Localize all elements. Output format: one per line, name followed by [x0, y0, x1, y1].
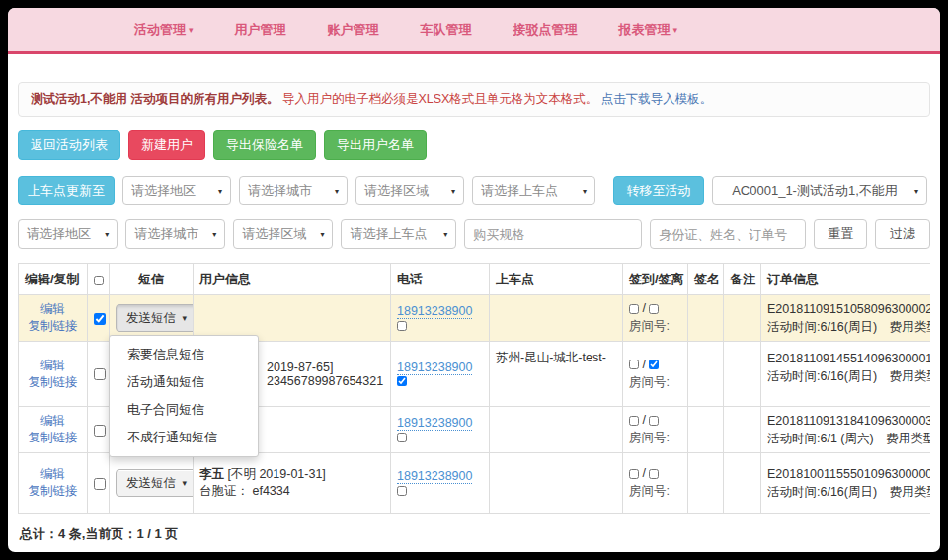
region-select[interactable]: 请选择地区▾ — [122, 176, 231, 205]
edit-link[interactable]: 编辑 — [25, 358, 81, 374]
phone-checkbox[interactable] — [397, 321, 407, 331]
alert-banner: 测试活动1,不能用 活动项目的所有用户列表。 导入用户的电子档必须是XLSX格式… — [18, 82, 930, 117]
row-checkbox[interactable] — [94, 313, 106, 325]
chevron-down-icon: ▾ — [189, 25, 194, 35]
order-id: E201811091455140963000019 — [767, 350, 930, 367]
chevron-down-icon: ▾ — [182, 313, 187, 323]
chevron-down-icon: ▾ — [218, 187, 222, 196]
row-checkbox[interactable] — [94, 478, 106, 490]
filter-city-select[interactable]: 请选择城市▾ — [125, 219, 225, 249]
spec-search-input[interactable] — [464, 219, 642, 249]
new-user-button[interactable]: 新建用户 — [128, 130, 205, 160]
phone-checkbox[interactable] — [397, 376, 407, 386]
phone-link[interactable]: 18913238900 — [397, 360, 472, 375]
top-navbar: 活动管理▾ 用户管理 账户管理 车队管理 接驳点管理 报表管理▾ — [8, 8, 940, 54]
chevron-down-icon: ▾ — [212, 230, 216, 239]
sms-dropdown-menu: 索要信息短信 活动通知短信 电子合同短信 不成行通知短信 — [109, 335, 259, 457]
sign-cell — [688, 295, 724, 342]
nav-item-activity-mgmt[interactable]: 活动管理▾ — [134, 21, 194, 39]
pickup-cell: 苏州-昆山-城北-test- — [490, 342, 623, 407]
copy-link[interactable]: 复制链接 — [25, 374, 81, 391]
menu-item-request-info-sms[interactable]: 索要信息短信 — [110, 341, 258, 368]
order-id: E201811091510580963000025 — [767, 300, 930, 318]
phone-link[interactable]: 18913238900 — [397, 469, 472, 484]
pagination-summary: 总计：4 条,当前页：1 / 1 页 — [18, 514, 930, 552]
update-pickup-button[interactable]: 上车点更新至 — [18, 176, 115, 205]
menu-item-e-contract-sms[interactable]: 电子合同短信 — [110, 396, 258, 424]
order-detail: 活动时间:6/16(周日) 费用类型 — [767, 367, 930, 385]
row-checkbox[interactable] — [94, 368, 106, 380]
edit-link[interactable]: 编辑 — [25, 466, 81, 483]
filter-button[interactable]: 过滤 — [875, 219, 930, 249]
export-users-button[interactable]: 导出用户名单 — [324, 130, 427, 160]
filter-pickup-select[interactable]: 请选择上车点▾ — [341, 219, 456, 249]
alert-title: 测试活动1,不能用 活动项目的所有用户列表。 — [31, 92, 278, 106]
chevron-down-icon: ▾ — [583, 187, 587, 196]
phone-link[interactable]: 18913238900 — [397, 416, 472, 431]
room-label: 房间号: — [629, 318, 681, 335]
back-to-activity-list-button[interactable]: 返回活动列表 — [18, 130, 120, 160]
checkout-checkbox[interactable] — [649, 416, 659, 426]
phone-checkbox[interactable] — [397, 486, 407, 496]
user-table-wrap: 编辑/复制 短信 用户信息 电话 上车点 签到/签离 签名 备注 订单信息 — [18, 263, 930, 514]
send-sms-button[interactable]: 发送短信 ▾ — [116, 304, 194, 332]
user-info: 李五 — [199, 467, 224, 481]
reset-button[interactable]: 重置 — [814, 219, 867, 249]
checkin-checkbox[interactable] — [629, 469, 639, 479]
col-header-phone: 电话 — [391, 264, 490, 295]
download-template-link[interactable]: 点击下载导入模板。 — [601, 92, 713, 106]
activity-select[interactable]: AC0001_1-测试活动1,不能用▾ — [712, 176, 927, 205]
menu-item-cancel-notice-sms[interactable]: 不成行通知短信 — [110, 424, 258, 451]
order-detail: 活动时间:6/16(周日) 费用类型 — [767, 483, 930, 501]
chevron-down-icon: ▾ — [914, 187, 918, 196]
nav-item-report-mgmt[interactable]: 报表管理▾ — [619, 21, 678, 39]
col-header-pickup: 上车点 — [490, 264, 623, 295]
filter-row: 请选择地区▾ 请选择城市▾ 请选择区域▾ 请选择上车点▾ 重置 过滤 — [18, 219, 930, 249]
copy-link[interactable]: 复制链接 — [25, 483, 81, 500]
checkin-checkbox[interactable] — [629, 416, 639, 426]
room-label: 房间号: — [629, 430, 681, 446]
order-id: E201810011555010963000003 — [767, 465, 930, 483]
sign-cell — [688, 453, 724, 514]
col-header-checkin: 签到/签离 — [623, 264, 688, 295]
nav-item-shuttle-point-mgmt[interactable]: 接驳点管理 — [514, 21, 578, 39]
sign-cell — [688, 342, 724, 407]
checkout-checkbox[interactable] — [649, 360, 659, 369]
area-select[interactable]: 请选择区域▾ — [356, 176, 464, 205]
send-sms-button[interactable]: 发送短信 ▾ — [116, 469, 194, 497]
col-header-sign: 签名 — [688, 264, 724, 295]
pickup-cell — [490, 295, 623, 342]
nav-item-user-mgmt[interactable]: 用户管理 — [235, 21, 286, 39]
chevron-down-icon: ▾ — [673, 25, 678, 35]
checkout-checkbox[interactable] — [649, 469, 659, 479]
pickup-point-select[interactable]: 请选择上车点▾ — [472, 176, 595, 205]
phone-checkbox[interactable] — [397, 433, 407, 442]
room-label: 房间号: — [629, 374, 681, 391]
chevron-down-icon: ▾ — [451, 187, 455, 196]
edit-link[interactable]: 编辑 — [25, 413, 81, 430]
pickup-transfer-row: 上车点更新至 请选择地区▾ 请选择城市▾ 请选择区域▾ 请选择上车点▾ 转移至活… — [18, 176, 930, 205]
menu-item-activity-notice-sms[interactable]: 活动通知短信 — [110, 368, 258, 396]
export-insurance-button[interactable]: 导出保险名单 — [213, 130, 316, 160]
nav-item-fleet-mgmt[interactable]: 车队管理 — [421, 21, 472, 39]
filter-region-select[interactable]: 请选择地区▾ — [18, 219, 118, 249]
transfer-to-activity-button[interactable]: 转移至活动 — [613, 176, 704, 205]
note-cell — [724, 407, 761, 453]
phone-link[interactable]: 18913238900 — [397, 304, 472, 319]
copy-link[interactable]: 复制链接 — [25, 318, 81, 335]
checkout-checkbox[interactable] — [649, 304, 659, 314]
chevron-down-icon: ▾ — [443, 230, 447, 239]
checkin-checkbox[interactable] — [629, 304, 639, 314]
city-select[interactable]: 请选择城市▾ — [239, 176, 348, 205]
keyword-search-input[interactable] — [650, 219, 806, 249]
select-all-checkbox[interactable] — [94, 276, 104, 285]
checkin-checkbox[interactable] — [629, 360, 639, 369]
row-checkbox[interactable] — [94, 425, 106, 437]
note-cell — [724, 453, 761, 514]
nav-item-account-mgmt[interactable]: 账户管理 — [328, 21, 379, 39]
copy-link[interactable]: 复制链接 — [25, 430, 81, 446]
edit-link[interactable]: 编辑 — [25, 301, 81, 318]
main-content: 测试活动1,不能用 活动项目的所有用户列表。 导入用户的电子档必须是XLSX格式… — [8, 82, 940, 552]
filter-area-select[interactable]: 请选择区域▾ — [233, 219, 333, 249]
table-row: 编辑复制链接 发送短信 ▾ 李五 [不明 2019-01-31]台胞证： ef4… — [19, 453, 931, 514]
